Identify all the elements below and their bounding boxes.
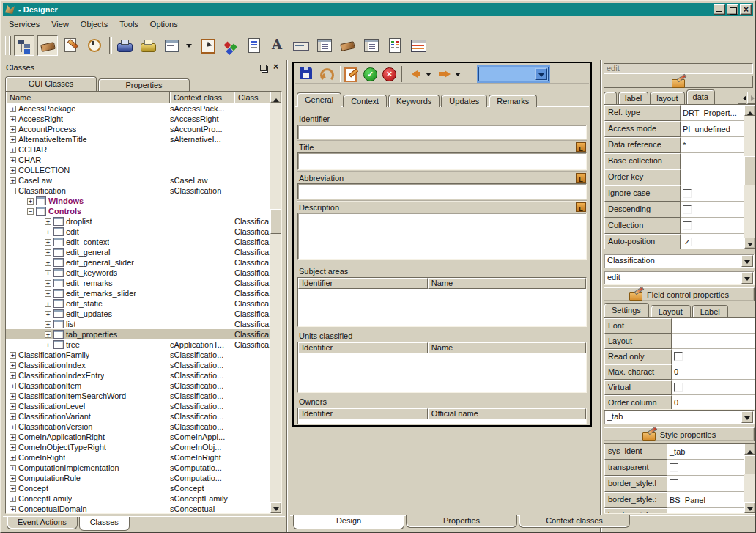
tab-classes[interactable]: Classes <box>79 517 130 531</box>
scroll-up-icon[interactable] <box>270 92 281 103</box>
checkbox[interactable] <box>674 352 683 361</box>
left-splitter[interactable] <box>286 60 287 532</box>
expander-icon[interactable] <box>10 444 16 451</box>
control-combobox[interactable]: edit <box>604 271 755 285</box>
property-value-cell[interactable]: BS_Panel <box>667 492 744 508</box>
subject-areas-table[interactable]: Identifier Name <box>297 277 587 327</box>
table-header-official-name[interactable]: Official name <box>428 408 586 419</box>
tree-row[interactable]: ClassificationVariant sClassificatio... <box>6 411 270 422</box>
property-value-cell[interactable] <box>681 234 744 249</box>
expander-icon[interactable] <box>10 413 16 420</box>
forward-icon[interactable] <box>435 65 453 83</box>
list-icon[interactable] <box>385 35 405 56</box>
owners-table[interactable]: Identifier Official name <box>297 408 587 424</box>
expander-icon[interactable] <box>45 342 51 348</box>
font-icon[interactable] <box>267 35 288 56</box>
expander-icon[interactable] <box>10 383 16 389</box>
expander-icon[interactable] <box>45 280 51 287</box>
expander-icon[interactable] <box>10 393 16 400</box>
checkbox[interactable] <box>683 205 692 214</box>
column-header-name[interactable]: Name <box>6 92 170 103</box>
table-header-identifier[interactable]: Identifier <box>298 342 428 353</box>
expander-icon[interactable] <box>10 177 16 184</box>
confirm-icon[interactable] <box>361 65 379 83</box>
dropdown-button[interactable] <box>741 255 753 267</box>
expander-icon[interactable] <box>10 188 16 194</box>
property-value-cell[interactable]: 0 <box>672 364 755 380</box>
delete2-icon[interactable] <box>338 35 358 56</box>
tree-row[interactable]: Controls <box>6 206 270 216</box>
expander-icon[interactable] <box>45 218 51 225</box>
property-value-cell[interactable]: 0 <box>672 395 755 410</box>
language-icon[interactable] <box>576 173 586 183</box>
language-icon[interactable] <box>576 142 586 152</box>
expander-icon[interactable] <box>10 403 16 410</box>
dropdown-button[interactable] <box>741 272 753 284</box>
property-value-cell[interactable] <box>681 153 744 169</box>
property-value-cell[interactable] <box>681 169 744 185</box>
tree-row[interactable]: edit_updates Classifica... <box>6 309 270 319</box>
dropdown-button[interactable] <box>536 68 547 80</box>
expander-icon[interactable] <box>10 455 16 461</box>
expander-icon[interactable] <box>10 485 16 492</box>
toolbar-grip[interactable] <box>5 36 7 55</box>
expander-icon[interactable] <box>10 424 16 430</box>
close-panel-icon[interactable] <box>271 63 281 73</box>
tree-row[interactable]: ConceptFamily sConceptFamily <box>6 493 270 504</box>
expander-icon[interactable] <box>10 465 16 471</box>
description-input[interactable] <box>297 213 587 260</box>
expander-icon[interactable] <box>45 239 51 246</box>
scroll-down-icon[interactable] <box>744 238 755 249</box>
expander-icon[interactable] <box>45 249 51 256</box>
units-classified-table[interactable]: Identifier Name <box>297 342 587 393</box>
style-combobox[interactable]: _tab <box>604 410 755 424</box>
tree-row[interactable]: Windows <box>6 196 270 206</box>
table-header-name[interactable]: Name <box>428 278 586 289</box>
tree-row[interactable]: AccessPackage sAccessPack... <box>6 103 270 114</box>
grid-scrollbar[interactable] <box>744 105 755 249</box>
tree-row[interactable]: ClassificationVersion sClassificatio... <box>6 422 270 432</box>
expander-icon[interactable] <box>45 311 51 317</box>
tree-row[interactable]: edit_context Classifica... <box>6 237 270 247</box>
tab-remarks[interactable]: Remarks <box>489 95 537 107</box>
dropdown-icon[interactable] <box>425 65 434 83</box>
tab-label-settings[interactable]: Label <box>692 305 728 317</box>
table-header-name[interactable]: Name <box>428 342 586 353</box>
expander-icon[interactable] <box>10 167 16 174</box>
checkbox[interactable] <box>670 479 678 488</box>
menu-item[interactable]: Objects <box>75 18 114 30</box>
tree-row[interactable]: edit_general_slider Classifica... <box>6 257 270 268</box>
checkbox[interactable] <box>683 238 692 246</box>
tree-row[interactable]: ClassificationItem sClassificatio... <box>6 381 270 391</box>
tree-row[interactable]: edit_remarks Classifica... <box>6 278 270 288</box>
property-value-cell[interactable] <box>667 460 744 476</box>
menu-item[interactable]: Options <box>144 18 184 30</box>
expander-icon[interactable] <box>10 372 16 379</box>
selected-control-field[interactable]: edit <box>604 63 753 74</box>
toolbar-grip[interactable] <box>9 36 11 55</box>
dropdown-icon[interactable] <box>185 35 194 56</box>
tree-row[interactable]: Classification sClassification <box>6 185 270 196</box>
form-select-icon[interactable] <box>161 35 182 56</box>
tree-row[interactable]: AlternativeItemTitle sAlternativeI... <box>6 134 270 144</box>
expander-icon[interactable] <box>45 301 51 307</box>
tab-scroll-right-icon[interactable] <box>747 92 756 104</box>
property-value-cell[interactable]: BSS_Raised <box>667 508 744 514</box>
tree-row[interactable]: edit_general Classifica... <box>6 247 270 257</box>
tab-settings[interactable]: Settings <box>604 303 649 317</box>
form-edit-icon[interactable] <box>342 65 360 83</box>
toolbar-separator[interactable] <box>107 36 112 55</box>
expander-icon[interactable] <box>10 475 16 482</box>
links-icon[interactable] <box>220 35 241 56</box>
tree-row[interactable]: tree cApplicationT... Classifica... <box>6 339 270 350</box>
tab-general[interactable]: General <box>297 92 341 107</box>
form-icon[interactable] <box>361 35 382 56</box>
expander-icon[interactable] <box>10 106 16 112</box>
tree-row[interactable]: ComeInApplicationRight sComeInAppl... <box>6 432 270 442</box>
label-icon[interactable] <box>291 35 311 56</box>
tree-row[interactable]: tab_properties Classifica... <box>6 329 270 339</box>
expander-icon[interactable] <box>10 157 16 163</box>
scroll-up-icon[interactable] <box>744 444 755 455</box>
maximize-button[interactable] <box>727 4 738 15</box>
tree-row[interactable]: AccountProcess sAccountPro... <box>6 124 270 134</box>
